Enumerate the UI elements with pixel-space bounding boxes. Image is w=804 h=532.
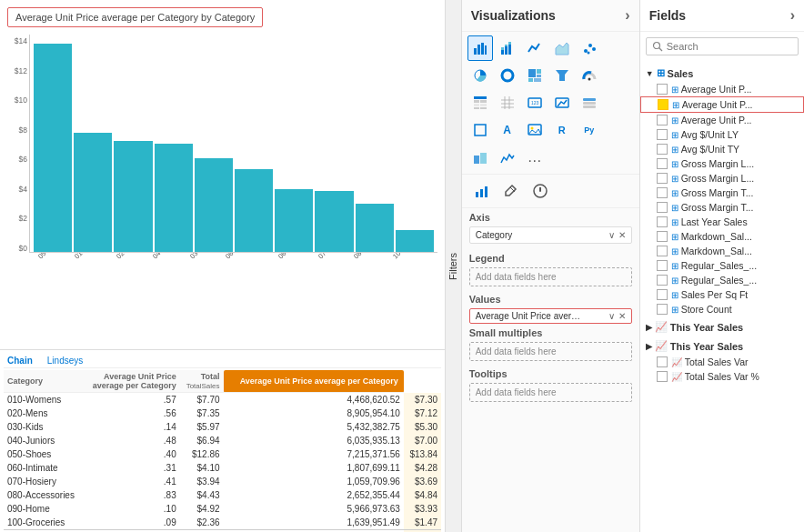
bar-020-Mens[interactable] [114, 141, 152, 252]
axis-remove-icon[interactable]: ✕ [618, 230, 626, 240]
field-item-0-11[interactable]: ⊞ Markdown_Sal... [640, 244, 804, 258]
viz-py-btn[interactable]: Py [577, 117, 602, 143]
bar-050-Shoes[interactable] [34, 44, 72, 252]
field-item-0-4[interactable]: ⊞ Avg $/Unit TY [640, 142, 804, 156]
field-checkbox-0-2[interactable] [657, 115, 668, 125]
field-item-0-3[interactable]: ⊞ Avg $/Unit LY [640, 127, 804, 142]
field-item-0-8[interactable]: ⊞ Gross Margin T... [640, 200, 804, 215]
field-checkbox-0-14[interactable] [657, 289, 668, 300]
values-remove-icon[interactable]: ✕ [618, 311, 626, 321]
field-checkbox-0-11[interactable] [657, 246, 668, 256]
field-checkbox-0-9[interactable] [657, 216, 668, 227]
field-item-0-6[interactable]: ⊞ Gross Margin L... [640, 171, 804, 186]
fields-expand-icon[interactable]: › [790, 7, 795, 24]
field-group-header-1[interactable]: ▶ 📈 This Year Sales [640, 318, 804, 336]
tooltips-dropzone[interactable]: Add data fields here [469, 383, 632, 402]
field-item-tys-1[interactable]: 📈 Total Sales Var % [640, 369, 804, 384]
field-item-0-1[interactable]: ⊞ Average Unit P... [640, 96, 804, 113]
axis-chevron-icon[interactable]: ∨ [608, 230, 615, 240]
field-item-0-13[interactable]: ⊞ Regular_Sales_... [640, 273, 804, 287]
field-label: Markdown_Sal... [681, 231, 752, 242]
viz-bar-chart-btn[interactable] [467, 35, 493, 61]
field-type-icon: ⊞ [671, 290, 678, 300]
field-checkbox-0-12[interactable] [657, 260, 668, 271]
field-checkbox-0-1[interactable] [658, 99, 668, 110]
field-item-0-14[interactable]: ⊞ Sales Per Sq Ft [640, 287, 804, 302]
field-checkbox-0-7[interactable] [657, 187, 668, 198]
field-checkbox-0-13[interactable] [657, 275, 668, 286]
field-checkbox-0-8[interactable] [657, 202, 668, 213]
viz-build-icon[interactable] [469, 178, 495, 204]
field-checkbox-tys-1[interactable] [657, 371, 668, 382]
field-item-tys-0[interactable]: 📈 Total Sales Var [640, 355, 804, 369]
small-multiples-dropzone[interactable]: Add data fields here [469, 342, 632, 361]
field-checkbox-0-4[interactable] [657, 144, 668, 155]
viz-table-btn[interactable] [467, 90, 493, 115]
viz-area-btn[interactable] [549, 35, 575, 61]
bar-060-Intimate[interactable] [275, 189, 313, 252]
field-item-0-9[interactable]: ⊞ Last Year Sales [640, 215, 804, 229]
viz-kpi-btn[interactable] [549, 90, 575, 115]
search-input[interactable] [667, 41, 792, 52]
field-type-icon: ⊞ [671, 130, 678, 140]
svg-rect-21 [537, 75, 541, 77]
field-checkbox-0-6[interactable] [657, 173, 668, 184]
viz-text-btn[interactable]: A [495, 117, 520, 143]
field-checkbox-0-0[interactable] [657, 84, 668, 95]
field-item-0-2[interactable]: ⊞ Average Unit P... [640, 113, 804, 127]
viz-format-icon[interactable] [498, 178, 524, 204]
field-group-header-0[interactable]: ▼ ⊞ Sales [640, 65, 804, 82]
viz-more-btn[interactable]: … [522, 145, 548, 170]
values-tag[interactable]: Average Unit Price aver… ∨ ✕ [469, 308, 632, 324]
field-item-0-15[interactable]: ⊞ Store Count [640, 302, 804, 316]
filters-panel[interactable]: Filters [446, 0, 462, 532]
field-checkbox-0-5[interactable] [657, 158, 668, 169]
bar-030-Kids[interactable] [195, 158, 233, 252]
viz-custom1-btn[interactable] [467, 145, 493, 170]
chart-area: Average Unit Price average per Category … [0, 0, 445, 350]
field-item-0-10[interactable]: ⊞ Markdown_Sal... [640, 229, 804, 244]
field-checkbox-0-15[interactable] [657, 304, 668, 315]
viz-r-btn[interactable]: R [549, 117, 575, 143]
field-type-icon: ⊞ [671, 246, 678, 256]
viz-gauge-btn[interactable] [577, 63, 602, 88]
bar-100-Groceries[interactable] [396, 230, 434, 252]
legend-dropzone[interactable]: Add data fields here [469, 267, 632, 286]
viz-stacked-bar-btn[interactable] [495, 35, 520, 61]
viz-pie-btn[interactable] [467, 63, 493, 88]
viz-scatter-btn[interactable] [577, 35, 602, 61]
field-item-0-5[interactable]: ⊞ Gross Margin L... [640, 156, 804, 171]
bar-080-Hosiery[interactable] [356, 204, 394, 252]
field-group-header-tys[interactable]: ▶ 📈 This Year Sales [640, 337, 804, 355]
cell-total-sales: 8,905,954.10 [224, 407, 404, 420]
search-box[interactable] [646, 37, 799, 55]
field-checkbox-0-3[interactable] [657, 129, 668, 140]
bar-010-Womens[interactable] [74, 133, 112, 252]
axis-field[interactable]: Category ∨ ✕ [469, 226, 632, 244]
cell-price: $7.35 [180, 407, 224, 420]
viz-custom2-btn[interactable] [495, 145, 520, 170]
field-item-0-0[interactable]: ⊞ Average Unit P... [640, 82, 804, 96]
viz-image-btn[interactable] [522, 117, 548, 143]
field-label: Avg $/Unit TY [681, 144, 739, 155]
viz-donut-btn[interactable] [495, 63, 520, 88]
viz-slicer-btn[interactable] [577, 90, 602, 115]
bar-060-Accessories[interactable] [235, 169, 273, 252]
filters-tab[interactable]: Filters [446, 246, 460, 287]
bar-070-Home[interactable] [315, 191, 353, 252]
values-chevron-icon[interactable]: ∨ [608, 311, 615, 321]
viz-treemap-btn[interactable] [522, 63, 548, 88]
viz-line-btn[interactable] [522, 35, 548, 61]
viz-card-btn[interactable]: 123 [522, 90, 548, 115]
viz-expand-icon[interactable]: › [625, 7, 629, 24]
viz-analytics-icon[interactable] [528, 178, 553, 204]
viz-funnel-btn[interactable] [549, 63, 575, 88]
svg-rect-49 [485, 186, 487, 197]
bar-040-Juniors[interactable] [155, 144, 193, 253]
field-checkbox-tys-0[interactable] [657, 356, 668, 367]
field-item-0-12[interactable]: ⊞ Regular_Sales_... [640, 258, 804, 273]
field-checkbox-0-10[interactable] [657, 231, 668, 242]
viz-shape-btn[interactable] [467, 117, 493, 143]
field-item-0-7[interactable]: ⊞ Gross Margin T... [640, 186, 804, 200]
viz-matrix-btn[interactable] [495, 90, 520, 115]
